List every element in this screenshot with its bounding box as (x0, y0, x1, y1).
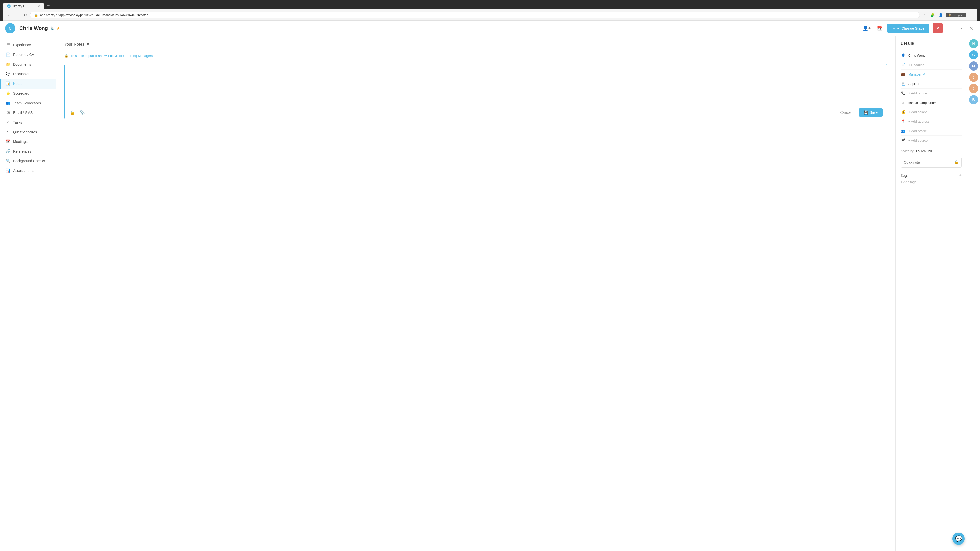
back-btn[interactable]: ← (6, 12, 12, 18)
sidebar-item-scorecard[interactable]: ⭐ Scorecard (0, 89, 56, 98)
incognito-label: Incognito (953, 14, 964, 17)
change-stage-arrow: →→ (892, 26, 899, 30)
cancel-note-btn[interactable]: Cancel (836, 108, 856, 117)
sidebar-item-tasks[interactable]: ✓ Tasks (0, 118, 56, 127)
profile-btn[interactable]: 👤 (938, 12, 944, 18)
dropdown-arrow-icon: ▼ (86, 42, 90, 47)
sidebar-item-label: Experience (13, 43, 31, 47)
sidebar-item-meetings[interactable]: 📅 Meetings (0, 137, 56, 146)
add-person-btn[interactable]: 👤+ (861, 24, 873, 33)
quick-note-lock-icon: 🔒 (954, 160, 958, 164)
active-tab[interactable]: B Breezy HR ✕ (3, 3, 44, 10)
candidate-name-header: Chris Wong 📡 ★ (19, 25, 60, 31)
save-label: Save (870, 110, 878, 114)
detail-row-phone: 📞 + Add phone (900, 89, 962, 98)
email-icon: ✉ (6, 110, 11, 115)
extensions-btn[interactable]: 🧩 (929, 12, 935, 18)
user-avatar-j1[interactable]: J (969, 73, 978, 82)
star-icon[interactable]: ★ (56, 26, 60, 30)
your-notes-dropdown[interactable]: Your Notes ▼ (64, 42, 90, 47)
headline-icon: 📄 (900, 62, 906, 67)
detail-row-manager: 💼 Manager ↗ (900, 70, 962, 79)
bookmark-btn[interactable]: ☆ (922, 12, 927, 18)
user-avatar-n[interactable]: N (969, 39, 978, 48)
next-candidate-btn[interactable]: → (957, 24, 964, 32)
note-editor-actions: 🔒 📎 Cancel 💾 Save (65, 106, 887, 119)
menu-btn[interactable]: ⋮ (968, 12, 974, 18)
sidebar-item-questionnaires[interactable]: ? Questionnaires (0, 127, 56, 137)
tags-add-label[interactable]: + Add tags (900, 180, 962, 184)
team-scorecards-icon: 👥 (6, 101, 11, 105)
detail-row-source: 🏴 + Add source (900, 136, 962, 145)
detail-row-headline: 📄 + Headline (900, 60, 962, 70)
tab-close-btn[interactable]: ✕ (38, 5, 40, 8)
forward-btn[interactable]: → (14, 12, 21, 18)
sidebar-item-resume[interactable]: 📄 Resume / CV (0, 50, 56, 59)
sidebar-item-experience[interactable]: ☰ Experience (0, 40, 56, 50)
address-icon: 📍 (900, 119, 906, 124)
detail-salary[interactable]: + Add salary (908, 110, 927, 114)
note-attach-btn[interactable]: 📎 (79, 109, 86, 116)
added-by-row: Added by Lauren Deli (900, 149, 962, 153)
sidebar-item-label: Scorecard (13, 91, 29, 95)
prev-candidate-btn[interactable]: ← (946, 24, 954, 32)
sidebar-item-background-checks[interactable]: 🔍 Background Checks (0, 156, 56, 166)
detail-row-salary: 💰 + Add salary (900, 107, 962, 117)
more-options-btn[interactable]: ⋮ (850, 24, 858, 33)
detail-phone[interactable]: + Add phone (908, 91, 927, 95)
change-stage-label: Change Stage (901, 26, 924, 30)
tab-label: Breezy HR (13, 4, 27, 8)
sidebar-item-label: Documents (13, 62, 31, 66)
chat-widget-btn[interactable]: 💬 (953, 533, 965, 545)
documents-icon: 📁 (6, 62, 11, 67)
sidebar-item-email-sms[interactable]: ✉ Email / SMS (0, 108, 56, 118)
change-stage-right-btn[interactable]: ✕ (932, 23, 943, 33)
rss-icon[interactable]: 📡 (50, 26, 54, 30)
sidebar-item-label: Email / SMS (13, 111, 33, 115)
profile-icon: 👥 (900, 128, 906, 133)
applied-icon: 📃 (900, 81, 906, 86)
sidebar-item-assessments[interactable]: 📊 Assessments (0, 166, 56, 176)
assessments-icon: 📊 (6, 168, 11, 173)
external-link-icon: ↗ (922, 73, 925, 76)
phone-icon: 📞 (900, 91, 906, 96)
sidebar-item-discussion[interactable]: 💬 Discussion (0, 69, 56, 79)
detail-profile[interactable]: + Add profile (908, 129, 927, 133)
change-stage-btn[interactable]: →→ Change Stage (887, 24, 929, 33)
address-bar[interactable]: 🔒 app.breezy.hr/app/c/moodjoy/p/59357218… (30, 12, 920, 18)
quick-note-input[interactable] (904, 160, 952, 164)
source-icon: 🏴 (900, 138, 906, 143)
tags-add-btn[interactable]: + (959, 173, 962, 178)
user-avatar-c[interactable]: C (969, 50, 978, 59)
user-avatar-b[interactable]: B (969, 95, 978, 104)
detail-manager[interactable]: Manager ↗ (908, 73, 925, 76)
detail-candidate-name: Chris Wong (908, 54, 926, 57)
new-tab-btn[interactable]: + (45, 2, 52, 10)
scorecard-icon: ⭐ (6, 91, 11, 96)
sidebar-item-notes[interactable]: 📝 Notes (0, 79, 56, 89)
sidebar-item-documents[interactable]: 📁 Documents (0, 59, 56, 69)
detail-headline[interactable]: + Headline (908, 63, 924, 67)
calendar-btn[interactable]: 📅 (875, 24, 884, 33)
close-candidate-btn[interactable]: ✕ (967, 24, 975, 33)
user-avatar-m[interactable]: M (969, 62, 978, 71)
note-textarea[interactable] (65, 64, 887, 105)
tasks-icon: ✓ (6, 120, 11, 125)
note-lock-toggle[interactable]: 🔒 (68, 109, 76, 116)
content-area: Your Notes ▼ 🔒 This note is public and w… (56, 36, 895, 551)
reload-btn[interactable]: ↻ (22, 11, 28, 18)
detail-row-name: 👤 Chris Wong (900, 51, 962, 60)
address-text: app.breezy.hr/app/c/moodjoy/p/59357218dc… (40, 13, 915, 17)
sidebar-item-references[interactable]: 🔗 References (0, 146, 56, 156)
sidebar-item-team-scorecards[interactable]: 👥 Team Scorecards (0, 98, 56, 108)
detail-address[interactable]: + Add address (908, 120, 929, 124)
tags-header: Tags + (900, 173, 962, 178)
public-notice-bar: 🔒 This note is public and will be visibl… (64, 52, 887, 60)
sidebar-item-label: Notes (13, 82, 22, 86)
detail-email: chris@sample.com (908, 101, 937, 105)
notes-section-header: Your Notes ▼ (64, 42, 887, 47)
user-avatar-j2[interactable]: J (969, 84, 978, 93)
questionnaires-icon: ? (6, 130, 11, 134)
save-note-btn[interactable]: 💾 Save (859, 108, 883, 117)
detail-source[interactable]: + Add source (908, 138, 928, 142)
